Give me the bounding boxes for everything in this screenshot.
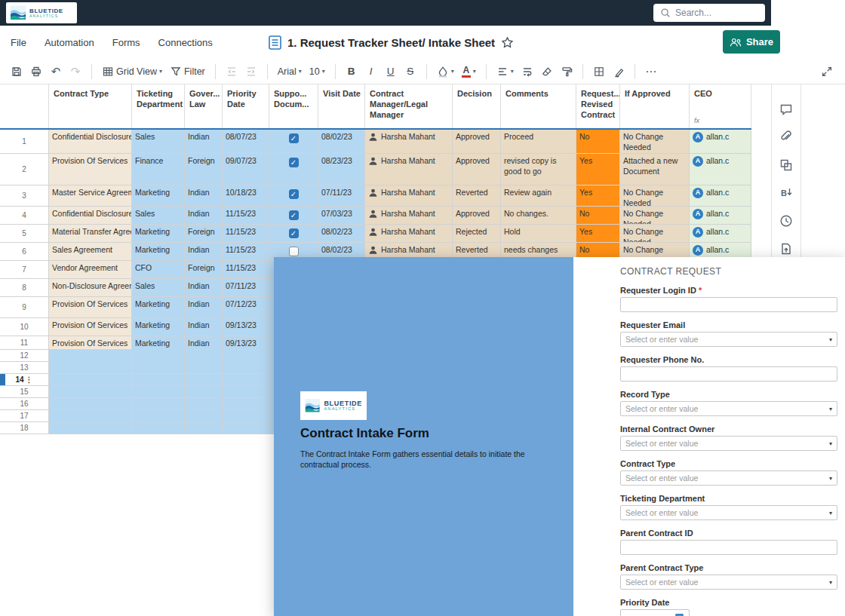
- cell-comments[interactable]: Hold: [501, 225, 576, 243]
- cell-law[interactable]: Indian: [185, 297, 223, 318]
- row-number[interactable]: 18: [0, 422, 49, 434]
- cell-contract_type[interactable]: [49, 386, 132, 398]
- column-header-priority[interactable]: Priority Date: [223, 84, 269, 128]
- select-input[interactable]: Select or enter value▾: [620, 575, 837, 590]
- cell-visit[interactable]: 08/02/23: [318, 225, 365, 243]
- text-input[interactable]: [620, 297, 837, 312]
- share-button[interactable]: Share: [723, 30, 780, 54]
- row-number[interactable]: 2: [0, 154, 49, 185]
- cell-priority[interactable]: [223, 410, 269, 422]
- column-header-ceo[interactable]: CEOfx: [690, 84, 751, 128]
- outdent-button[interactable]: [223, 62, 241, 81]
- cell-visit[interactable]: 07/03/23: [318, 207, 365, 225]
- cell-decision[interactable]: Reverted: [453, 185, 501, 207]
- cell-law[interactable]: Indian: [185, 185, 223, 207]
- cell-ticketing[interactable]: Marketing: [132, 243, 185, 261]
- text-color-button[interactable]: A ▾: [459, 62, 479, 81]
- redo-button[interactable]: ↷: [66, 62, 84, 81]
- cell-contract_type[interactable]: Non-Disclosure Agreem: [49, 279, 132, 297]
- font-family-selector[interactable]: Arial ▾: [275, 62, 305, 81]
- favorite-star-icon[interactable]: [501, 36, 514, 49]
- cell-law[interactable]: [185, 362, 223, 374]
- cell-priority[interactable]: 07/11/23: [223, 279, 269, 297]
- row-number[interactable]: 6: [0, 243, 49, 261]
- cell-if_approved[interactable]: No Change Needed: [620, 225, 690, 243]
- select-input[interactable]: Select or enter value▾: [620, 401, 837, 416]
- cell-ticketing[interactable]: Marketing: [132, 185, 185, 207]
- cell-contract_type[interactable]: [49, 422, 132, 434]
- cell-contract_type[interactable]: Provision Of Services: [49, 154, 132, 185]
- cell-comments[interactable]: No changes.: [501, 207, 576, 225]
- row-number[interactable]: 9: [0, 297, 49, 318]
- cell-contract_type[interactable]: [49, 374, 132, 386]
- cell-priority[interactable]: 11/15/23: [223, 261, 269, 279]
- cell-decision[interactable]: Approved: [453, 207, 501, 225]
- row-menu-icon[interactable]: ⋮: [26, 375, 33, 385]
- cell-contract_type[interactable]: [49, 350, 132, 362]
- column-header-ticketing[interactable]: Ticketing Department: [132, 84, 185, 128]
- row-number[interactable]: 4: [0, 207, 49, 225]
- row-number[interactable]: 8: [0, 279, 49, 297]
- rail-publish-button[interactable]: [778, 241, 794, 257]
- cell-if_approved[interactable]: No Change Needed: [620, 185, 690, 207]
- cell-priority[interactable]: [223, 386, 269, 398]
- cell-contract_type[interactable]: Confidential Disclosure: [49, 207, 132, 225]
- underline-button[interactable]: U: [382, 62, 400, 81]
- cell-supporting_doc[interactable]: ✓: [269, 225, 318, 243]
- row-number[interactable]: 5: [0, 225, 49, 243]
- cell-ticketing[interactable]: [132, 398, 185, 410]
- row-number[interactable]: 15: [0, 386, 49, 398]
- cell-ceo[interactable]: Aallan.c: [690, 154, 751, 185]
- app-logo[interactable]: BLUETIDE ANALYTICS: [6, 2, 77, 23]
- row-number[interactable]: 16: [0, 398, 49, 410]
- cell-law[interactable]: Foreign: [185, 154, 223, 185]
- column-header-if_approved[interactable]: If Approved: [620, 84, 690, 128]
- wrap-text-button[interactable]: [518, 62, 536, 81]
- cell-priority[interactable]: [223, 350, 269, 362]
- cell-ticketing[interactable]: [132, 410, 185, 422]
- print-button[interactable]: [27, 62, 45, 81]
- cell-supporting_doc[interactable]: ✓: [269, 154, 318, 185]
- checkbox-checked[interactable]: ✓: [289, 189, 299, 199]
- rail-activity-log-button[interactable]: [778, 213, 794, 229]
- cell-ceo[interactable]: Aallan.c: [690, 207, 751, 225]
- cell-law[interactable]: [185, 386, 223, 398]
- filter-button[interactable]: Filter: [167, 62, 208, 81]
- cell-ceo[interactable]: Aallan.c: [690, 225, 751, 243]
- clear-format-button[interactable]: [538, 62, 556, 81]
- cell-revised[interactable]: No: [576, 130, 620, 154]
- select-input[interactable]: Select or enter value▾: [620, 332, 837, 347]
- cell-law[interactable]: [185, 350, 223, 362]
- cell-priority[interactable]: 09/13/23: [223, 318, 269, 336]
- cell-ticketing[interactable]: Sales: [132, 207, 185, 225]
- cell-priority[interactable]: 10/18/23: [223, 185, 269, 207]
- cell-contract_type[interactable]: Provision Of Services: [49, 318, 132, 336]
- cell-revised[interactable]: Yes: [576, 225, 620, 243]
- row-number[interactable]: 17: [0, 410, 49, 422]
- row-number[interactable]: 14⋮: [0, 374, 49, 386]
- undo-button[interactable]: ↶: [47, 62, 65, 81]
- cell-contract_type[interactable]: Master Service Agreem: [49, 185, 132, 207]
- cell-supporting_doc[interactable]: ✓: [269, 207, 318, 225]
- rail-conversations-button[interactable]: [778, 101, 794, 118]
- checkbox-checked[interactable]: ✓: [289, 228, 299, 238]
- cell-contract_type[interactable]: Provision Of Services: [49, 336, 132, 350]
- cell-manager[interactable]: Harsha Mahant: [365, 154, 453, 185]
- column-header-supporting_doc[interactable]: Suppo... Docum...: [269, 84, 318, 128]
- cell-ticketing[interactable]: Marketing: [132, 225, 185, 243]
- row-number[interactable]: 12: [0, 350, 49, 362]
- checkbox-unchecked[interactable]: [289, 247, 299, 256]
- row-number[interactable]: 11: [0, 336, 49, 350]
- menu-automation[interactable]: Automation: [45, 37, 94, 48]
- cell-contract_type[interactable]: [49, 410, 132, 422]
- cell-comments[interactable]: Proceed: [501, 130, 576, 154]
- column-header-decision[interactable]: Decision: [453, 84, 501, 128]
- cell-priority[interactable]: 07/12/23: [223, 297, 269, 318]
- cell-supporting_doc[interactable]: ✓: [269, 185, 318, 207]
- cell-ticketing[interactable]: Finance: [132, 154, 185, 185]
- cell-priority[interactable]: 11/15/23: [223, 207, 269, 225]
- select-input[interactable]: Select or enter value▾: [620, 470, 837, 486]
- cell-ticketing[interactable]: [132, 362, 185, 374]
- cell-ticketing[interactable]: [132, 374, 185, 386]
- cell-law[interactable]: Indian: [185, 318, 223, 336]
